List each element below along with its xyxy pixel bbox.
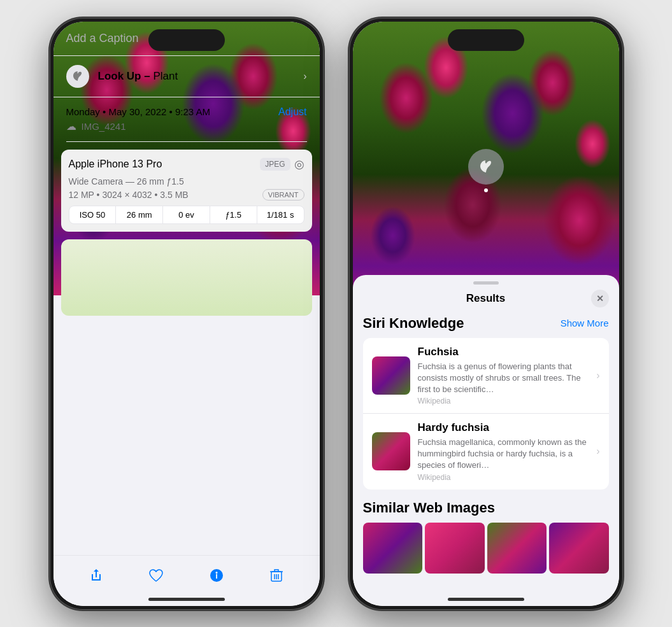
exif-focal: 26 mm xyxy=(116,206,163,223)
lookup-row[interactable]: Look Up – Plant › xyxy=(54,56,320,97)
mp-row: 12 MP • 3024 × 4032 • 3.5 MB VIBRANT xyxy=(69,189,304,201)
map-background xyxy=(61,239,312,316)
device-info-wrapper: Apple iPhone 13 Pro JPEG ◎ Wide Camera —… xyxy=(61,150,312,232)
exif-row: ISO 50 26 mm 0 ev ƒ1.5 1/181 s xyxy=(69,206,304,224)
results-title: Results xyxy=(466,292,505,305)
fuchsia-source: Wikipedia xyxy=(418,397,589,405)
hardy-desc: Fuchsia magellanica, commonly known as t… xyxy=(418,437,589,472)
lookup-leaf-icon xyxy=(477,158,495,176)
share-icon xyxy=(89,568,104,583)
similar-img-2[interactable] xyxy=(425,523,485,574)
similar-section: Similar Web Images xyxy=(363,500,609,574)
hardy-name: Hardy fuchsia xyxy=(418,421,589,434)
hardy-thumbnail xyxy=(372,432,410,470)
heart-icon xyxy=(148,568,164,583)
fuchsia-text: Fuchsia Fuchsia is a genus of flowering … xyxy=(418,346,589,406)
filename-text: IMG_4241 xyxy=(82,121,126,132)
siri-knowledge-header: Siri Knowledge Show More xyxy=(363,315,609,332)
similar-img-3[interactable] xyxy=(487,523,547,574)
fuchsia-chevron: › xyxy=(596,370,599,381)
device-name: Apple iPhone 13 Pro xyxy=(69,159,162,170)
close-button[interactable]: ✕ xyxy=(591,290,609,307)
megapixels-text: 12 MP • 3024 × 4032 • 3.5 MB xyxy=(69,190,189,200)
left-phone-inner: Add a Caption Look Up – Plant › xyxy=(54,22,320,606)
results-header: Results ✕ xyxy=(353,285,619,313)
date-row: Monday • May 30, 2022 • 9:23 AM Adjust xyxy=(66,106,307,118)
show-more-button[interactable]: Show More xyxy=(561,318,609,328)
date-text: Monday • May 30, 2022 • 9:23 AM xyxy=(66,106,210,117)
results-sheet: Results ✕ Siri Knowledge Show More xyxy=(353,275,619,606)
knowledge-card: Fuchsia Fuchsia is a genus of flowering … xyxy=(363,338,609,490)
siri-knowledge-title: Siri Knowledge xyxy=(363,315,464,332)
exif-ev: 0 ev xyxy=(163,206,210,223)
exif-aperture: ƒ1.5 xyxy=(210,206,257,223)
format-row: JPEG ◎ xyxy=(260,157,304,171)
visual-lookup-btn[interactable] xyxy=(468,149,504,185)
caption-placeholder[interactable]: Add a Caption xyxy=(66,32,139,45)
svg-point-2 xyxy=(215,572,217,574)
camera-row: Wide Camera — 26 mm ƒ1.5 xyxy=(69,176,304,187)
device-row: Apple iPhone 13 Pro JPEG ◎ xyxy=(69,157,304,171)
left-scroll-content: Add a Caption Look Up – Plant › xyxy=(54,22,320,555)
lookup-label: Look Up – Plant xyxy=(98,70,178,83)
hardy-chevron: › xyxy=(596,446,599,457)
lookup-chevron: › xyxy=(303,71,306,82)
vibrant-badge: VIBRANT xyxy=(262,189,304,201)
leaf-icon xyxy=(71,70,84,83)
fuchsia-desc: Fuchsia is a genus of flowering plants t… xyxy=(418,361,589,396)
right-phone: Results ✕ Siri Knowledge Show More xyxy=(349,18,623,610)
adjust-button[interactable]: Adjust xyxy=(278,106,306,118)
left-screen: Add a Caption Look Up – Plant › xyxy=(54,22,320,606)
home-indicator-left xyxy=(148,598,225,601)
dynamic-island-left xyxy=(148,29,225,51)
hardy-source: Wikipedia xyxy=(418,473,589,482)
knowledge-item-hardy[interactable]: Hardy fuchsia Fuchsia magellanica, commo… xyxy=(363,414,609,490)
visual-lookup-icon-left xyxy=(66,65,89,88)
lookup-bold: Look Up – xyxy=(98,70,154,82)
favorite-button[interactable] xyxy=(145,564,168,587)
info-button[interactable]: i xyxy=(205,564,228,587)
lookup-regular: Plant xyxy=(153,70,178,82)
home-indicator-right xyxy=(448,598,524,601)
similar-img-1[interactable] xyxy=(363,523,423,574)
similar-img-4[interactable] xyxy=(549,523,609,574)
divider-1 xyxy=(66,141,307,142)
delete-button[interactable] xyxy=(265,564,288,587)
knowledge-item-fuchsia[interactable]: Fuchsia Fuchsia is a genus of flowering … xyxy=(363,338,609,414)
fuchsia-thumbnail xyxy=(372,356,410,395)
dynamic-island-right xyxy=(448,29,524,51)
close-icon: ✕ xyxy=(596,293,604,304)
sheet-content: Siri Knowledge Show More Fuc xyxy=(353,313,619,599)
cloud-icon: ☁ xyxy=(66,120,76,132)
trash-icon xyxy=(269,568,283,583)
similar-images-row xyxy=(363,523,609,574)
fuchsia-name: Fuchsia xyxy=(418,346,589,358)
format-badge: JPEG xyxy=(260,158,290,171)
exif-iso: ISO 50 xyxy=(69,206,117,223)
date-info-block: Monday • May 30, 2022 • 9:23 AM Adjust ☁… xyxy=(54,97,320,141)
share-button[interactable] xyxy=(85,564,108,587)
lookup-dot xyxy=(484,188,488,192)
info-icon: i xyxy=(209,568,224,583)
phones-container: Add a Caption Look Up – Plant › xyxy=(37,5,636,623)
right-phone-inner: Results ✕ Siri Knowledge Show More xyxy=(353,22,619,606)
exif-shutter: 1/181 s xyxy=(257,206,304,223)
right-screen: Results ✕ Siri Knowledge Show More xyxy=(353,22,619,606)
hardy-text: Hardy fuchsia Fuchsia magellanica, commo… xyxy=(418,421,589,482)
filename-row: ☁ IMG_4241 xyxy=(66,120,307,132)
left-phone: Add a Caption Look Up – Plant › xyxy=(50,18,324,610)
location-icon: ◎ xyxy=(294,157,304,171)
map-area[interactable] xyxy=(61,239,312,316)
similar-title: Similar Web Images xyxy=(363,500,609,516)
